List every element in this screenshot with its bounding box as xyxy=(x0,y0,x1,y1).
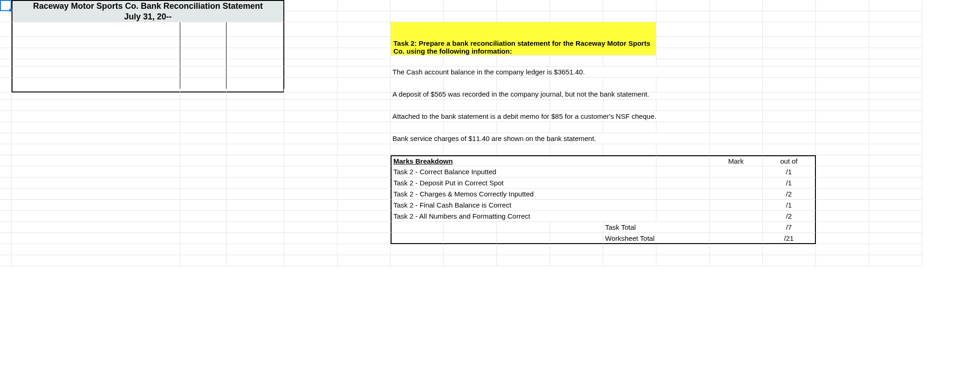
cell[interactable] xyxy=(337,144,391,155)
cell[interactable] xyxy=(227,211,284,222)
cell[interactable] xyxy=(227,100,284,111)
cell[interactable] xyxy=(391,144,444,155)
cell[interactable] xyxy=(337,233,391,244)
cell[interactable] xyxy=(180,255,227,266)
cell[interactable] xyxy=(391,255,444,266)
cell[interactable] xyxy=(603,0,656,11)
cell[interactable] xyxy=(656,211,710,222)
cell[interactable] xyxy=(391,11,444,22)
cell[interactable] xyxy=(12,189,180,200)
cell[interactable] xyxy=(816,55,869,67)
cell[interactable] xyxy=(550,244,603,255)
cell[interactable] xyxy=(816,144,869,155)
cell[interactable] xyxy=(710,144,763,155)
cell[interactable] xyxy=(12,177,180,189)
cell[interactable] xyxy=(710,255,763,266)
cell[interactable] xyxy=(603,255,656,266)
cell[interactable] xyxy=(337,0,391,11)
cell[interactable] xyxy=(12,133,180,144)
cell[interactable] xyxy=(284,111,337,122)
mark-value[interactable] xyxy=(710,177,763,189)
cell[interactable] xyxy=(497,11,550,22)
cell[interactable] xyxy=(337,211,391,222)
cell[interactable] xyxy=(0,255,12,266)
cell[interactable] xyxy=(391,244,444,255)
cell[interactable] xyxy=(0,0,12,11)
cell[interactable] xyxy=(710,133,763,144)
cell[interactable] xyxy=(710,89,763,100)
cell[interactable] xyxy=(710,122,763,133)
cell[interactable] xyxy=(497,222,550,233)
cell[interactable] xyxy=(284,233,337,244)
cell[interactable] xyxy=(12,200,180,211)
grid[interactable]: Raceway Motor Sports Co. Bank Reconcilia… xyxy=(0,0,980,266)
cell[interactable] xyxy=(816,155,869,166)
cell[interactable] xyxy=(497,0,550,11)
cell[interactable] xyxy=(284,55,337,67)
cell[interactable] xyxy=(12,111,180,122)
cell[interactable] xyxy=(763,244,816,255)
cell[interactable] xyxy=(337,222,391,233)
cell[interactable] xyxy=(227,244,284,255)
cell[interactable] xyxy=(444,0,497,11)
cell[interactable] xyxy=(816,189,869,200)
cell[interactable] xyxy=(763,133,816,144)
cell[interactable] xyxy=(0,11,12,22)
cell[interactable] xyxy=(0,211,12,222)
cell[interactable] xyxy=(656,189,710,200)
cell[interactable] xyxy=(227,189,284,200)
cell[interactable] xyxy=(444,255,497,266)
cell[interactable] xyxy=(763,122,816,133)
cell[interactable] xyxy=(0,89,12,100)
cell[interactable] xyxy=(227,144,284,155)
cell[interactable] xyxy=(284,255,337,266)
cell[interactable] xyxy=(12,144,180,155)
cell[interactable] xyxy=(227,200,284,211)
cell[interactable] xyxy=(284,177,337,189)
cell[interactable] xyxy=(284,133,337,144)
cell[interactable] xyxy=(550,55,603,67)
cell[interactable] xyxy=(284,200,337,211)
cell[interactable] xyxy=(337,89,391,100)
cell[interactable] xyxy=(0,189,12,200)
cell[interactable] xyxy=(869,100,922,111)
cell[interactable] xyxy=(227,111,284,122)
cell[interactable] xyxy=(337,244,391,255)
cell[interactable] xyxy=(391,0,444,11)
cell[interactable] xyxy=(710,233,763,244)
cell[interactable] xyxy=(12,89,180,100)
cell[interactable] xyxy=(816,133,869,144)
cell[interactable] xyxy=(603,55,656,67)
cell[interactable] xyxy=(710,244,763,255)
cell[interactable] xyxy=(816,67,869,78)
cell[interactable] xyxy=(12,244,180,255)
cell[interactable] xyxy=(816,100,869,111)
cell[interactable] xyxy=(337,100,391,111)
mark-value[interactable] xyxy=(710,211,763,222)
cell[interactable] xyxy=(444,100,497,111)
cell[interactable] xyxy=(284,89,337,100)
cell[interactable] xyxy=(444,244,497,255)
cell[interactable] xyxy=(816,111,869,122)
cell[interactable] xyxy=(337,155,391,166)
cell[interactable] xyxy=(656,0,710,11)
cell[interactable] xyxy=(710,0,763,11)
cell[interactable] xyxy=(763,55,816,67)
cell[interactable] xyxy=(656,155,710,166)
cell[interactable] xyxy=(0,144,12,155)
cell[interactable] xyxy=(869,211,922,222)
cell[interactable] xyxy=(710,111,763,122)
cell[interactable] xyxy=(227,155,284,166)
cell[interactable] xyxy=(816,233,869,244)
cell[interactable] xyxy=(869,111,922,122)
cell[interactable] xyxy=(180,55,227,67)
cell[interactable] xyxy=(12,122,180,133)
mark-value[interactable] xyxy=(710,200,763,211)
cell[interactable] xyxy=(763,0,816,11)
cell[interactable] xyxy=(337,166,391,177)
cell[interactable] xyxy=(337,122,391,133)
cell[interactable] xyxy=(0,166,12,177)
mark-value[interactable] xyxy=(710,189,763,200)
cell[interactable] xyxy=(656,177,710,189)
cell[interactable] xyxy=(550,255,603,266)
